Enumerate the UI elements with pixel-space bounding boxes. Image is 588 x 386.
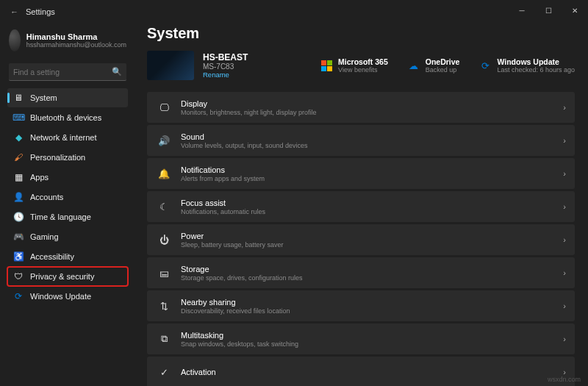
sidebar-item-label: Windows Update <box>30 292 91 301</box>
card-title: Power <box>181 232 563 240</box>
card-icon: 🔔 <box>157 168 171 179</box>
chevron-right-icon: › <box>563 103 566 112</box>
onedrive-icon: ☁ <box>407 59 420 72</box>
settings-card-storage[interactable]: 🖴 Storage Storage space, drives, configu… <box>147 257 575 288</box>
sidebar-item-apps[interactable]: ▦Apps <box>7 168 128 187</box>
card-title: Storage <box>181 265 563 274</box>
user-name: Himanshu Sharma <box>26 32 126 41</box>
chevron-right-icon: › <box>563 335 566 343</box>
window-title: Settings <box>26 7 55 16</box>
chevron-right-icon: › <box>563 235 566 244</box>
sidebar-item-label: Gaming <box>30 232 59 241</box>
pc-model: MS-7C83 <box>203 62 248 71</box>
card-icon: ⧉ <box>157 333 171 345</box>
pc-thumbnail <box>147 51 194 80</box>
sidebar-item-accessibility[interactable]: ♿Accessibility <box>7 247 128 266</box>
microsoft-365-card[interactable]: Microsoft 365View benefits <box>320 57 388 74</box>
sidebar-item-privacy-security[interactable]: 🛡Privacy & security <box>7 267 128 286</box>
bluetooth-icon: ⌨ <box>13 112 24 123</box>
settings-card-activation[interactable]: ✓ Activation › <box>147 357 575 386</box>
onedrive-card[interactable]: ☁ OneDriveBacked up <box>407 57 460 74</box>
page-title: System <box>147 25 575 42</box>
close-button[interactable]: ✕ <box>562 0 588 21</box>
hero-title: Windows Update <box>497 57 575 66</box>
minimize-button[interactable]: ─ <box>509 0 535 21</box>
sidebar-item-label: System <box>30 93 57 102</box>
card-title: Display <box>181 99 563 108</box>
card-title: Sound <box>181 132 563 141</box>
settings-card-multitasking[interactable]: ⧉ Multitasking Snap windows, desktops, t… <box>147 324 575 354</box>
settings-card-display[interactable]: 🖵 Display Monitors, brightness, night li… <box>147 92 575 123</box>
search-icon: 🔍 <box>112 67 122 76</box>
sidebar-item-system[interactable]: 🖥System <box>7 88 128 107</box>
sidebar-item-label: Bluetooth & devices <box>30 113 101 122</box>
card-subtitle: Storage space, drives, configuration rul… <box>181 274 563 282</box>
chevron-right-icon: › <box>563 301 566 310</box>
chevron-right-icon: › <box>563 169 566 178</box>
sidebar-item-label: Personalization <box>30 153 85 162</box>
game-icon: 🎮 <box>13 232 24 242</box>
settings-card-notifications[interactable]: 🔔 Notifications Alerts from apps and sys… <box>147 158 575 189</box>
settings-card-nearby-sharing[interactable]: ⇅ Nearby sharing Discoverability, receiv… <box>147 290 575 321</box>
card-icon: ☾ <box>157 201 171 212</box>
sidebar-item-network-internet[interactable]: ◆Network & internet <box>7 128 128 147</box>
card-title: Focus assist <box>181 199 563 207</box>
update-icon: ⟳ <box>478 59 492 72</box>
sidebar-item-label: Apps <box>30 173 49 182</box>
settings-card-focus-assist[interactable]: ☾ Focus assist Notifications, automatic … <box>147 191 575 222</box>
card-subtitle: Volume levels, output, input, sound devi… <box>181 142 563 149</box>
sidebar-item-label: Network & internet <box>30 133 96 142</box>
sidebar-item-label: Privacy & security <box>30 272 94 281</box>
search-input-wrapper[interactable]: 🔍 <box>9 63 126 81</box>
card-icon: 🖴 <box>157 268 171 279</box>
card-title: Multitasking <box>181 331 563 340</box>
avatar <box>9 29 21 51</box>
sidebar-item-windows-update[interactable]: ⟳Windows Update <box>7 287 128 306</box>
card-title: Notifications <box>181 165 563 174</box>
card-subtitle: Monitors, brightness, night light, displ… <box>181 109 563 116</box>
back-icon[interactable]: ← <box>10 7 18 16</box>
brush-icon: 🖌 <box>13 152 24 162</box>
card-icon: ⏻ <box>157 235 171 246</box>
sidebar-item-bluetooth-devices[interactable]: ⌨Bluetooth & devices <box>7 108 128 127</box>
sidebar-item-gaming[interactable]: 🎮Gaming <box>7 227 128 246</box>
card-icon: ⇅ <box>157 301 171 312</box>
settings-card-sound[interactable]: 🔊 Sound Volume levels, output, input, so… <box>147 125 575 156</box>
user-email: hssharmahimanshu@outlook.com <box>26 41 126 49</box>
pc-name: HS-BEAST <box>203 52 248 62</box>
card-subtitle: Discoverability, received files location <box>181 307 563 315</box>
card-title: Nearby sharing <box>181 298 563 307</box>
card-subtitle: Alerts from apps and system <box>181 175 563 182</box>
maximize-button[interactable]: ☐ <box>535 0 562 21</box>
hero-sub: Last checked: 6 hours ago <box>497 66 575 74</box>
hero-title: Microsoft 365 <box>338 57 388 66</box>
apps-icon: ▦ <box>13 172 24 182</box>
sidebar-item-label: Accounts <box>30 193 63 201</box>
windows-update-card[interactable]: ⟳ Windows UpdateLast checked: 6 hours ag… <box>478 57 575 74</box>
chevron-right-icon: › <box>563 268 566 277</box>
card-subtitle: Notifications, automatic rules <box>181 208 563 215</box>
hero-sub: Backed up <box>426 66 460 74</box>
search-input[interactable] <box>13 68 112 76</box>
person-icon: 👤 <box>13 192 24 202</box>
wifi-icon: ◆ <box>13 132 24 143</box>
update-icon: ⟳ <box>13 291 24 301</box>
hero-sub: View benefits <box>338 66 388 74</box>
card-subtitle: Snap windows, desktops, task switching <box>181 340 563 348</box>
access-icon: ♿ <box>13 251 24 262</box>
rename-link[interactable]: Rename <box>203 71 248 79</box>
sidebar-item-label: Time & language <box>30 212 91 221</box>
sidebar-item-accounts[interactable]: 👤Accounts <box>7 187 128 207</box>
chevron-right-icon: › <box>563 136 566 145</box>
user-profile[interactable]: Himanshu Sharma hssharmahimanshu@outlook… <box>7 26 128 59</box>
watermark: wsxdn.com <box>548 376 581 383</box>
card-icon: ✓ <box>157 367 171 378</box>
card-subtitle: Sleep, battery usage, battery saver <box>181 241 563 249</box>
shield-icon: 🛡 <box>13 271 24 282</box>
display-icon: 🖥 <box>13 93 24 103</box>
sidebar-item-time-language[interactable]: 🕓Time & language <box>7 207 128 226</box>
clock-icon: 🕓 <box>13 212 24 222</box>
settings-card-power[interactable]: ⏻ Power Sleep, battery usage, battery sa… <box>147 224 575 255</box>
card-icon: 🖵 <box>157 102 171 113</box>
sidebar-item-personalization[interactable]: 🖌Personalization <box>7 148 128 167</box>
